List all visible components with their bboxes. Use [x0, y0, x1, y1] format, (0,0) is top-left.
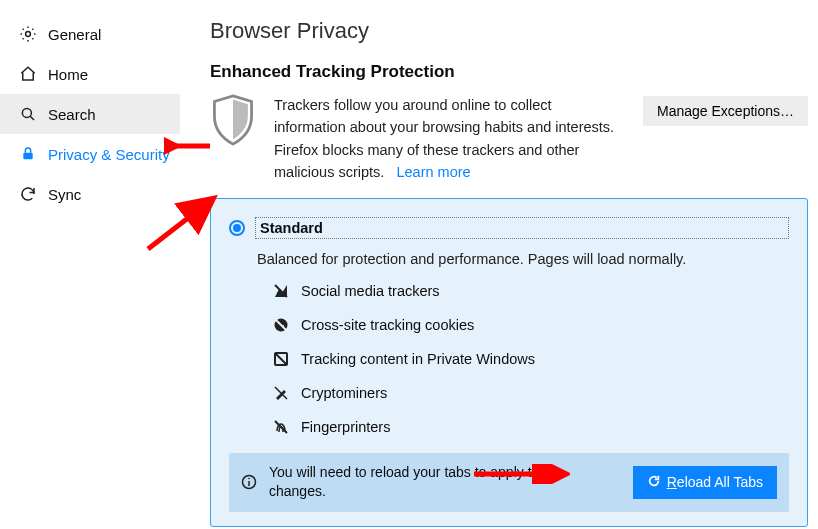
standard-option[interactable]: Standard: [229, 217, 789, 239]
sidebar-item-privacy-security[interactable]: Privacy & Security: [0, 134, 180, 174]
radio-selected-icon: [229, 220, 245, 236]
gear-icon: [18, 24, 38, 44]
sidebar-item-label: Home: [48, 66, 88, 83]
learn-more-link[interactable]: Learn more: [396, 164, 470, 180]
reload-message: You will need to reload your tabs to app…: [269, 463, 621, 502]
manage-exceptions-button[interactable]: Manage Exceptions…: [643, 96, 808, 126]
feature-social-trackers: Social media trackers: [273, 283, 789, 299]
fingerprint-icon: [273, 419, 289, 435]
social-trackers-icon: [273, 283, 289, 299]
standard-option-label: Standard: [255, 217, 789, 239]
search-icon: [18, 104, 38, 124]
sidebar-item-home[interactable]: Home: [0, 54, 180, 94]
svg-line-9: [275, 353, 287, 365]
reload-all-tabs-button[interactable]: Reload All Tabs: [633, 466, 777, 499]
sidebar-item-search[interactable]: Search: [0, 94, 180, 134]
tracking-content-icon: [273, 351, 289, 367]
svg-rect-2: [23, 153, 32, 160]
section-title: Enhanced Tracking Protection: [210, 62, 808, 82]
settings-sidebar: General Home Search: [0, 0, 180, 529]
shield-icon: [210, 94, 256, 149]
protection-level-panel: Standard Balanced for protection and per…: [210, 198, 808, 527]
cookie-icon: [273, 317, 289, 333]
sidebar-item-label: General: [48, 26, 101, 43]
main-content: Browser Privacy Enhanced Tracking Protec…: [180, 0, 818, 529]
sidebar-item-label: Search: [48, 106, 96, 123]
feature-cross-site-cookies: Cross-site tracking cookies: [273, 317, 789, 333]
home-icon: [18, 64, 38, 84]
reload-notification: You will need to reload your tabs to app…: [229, 453, 789, 512]
standard-option-description: Balanced for protection and performance.…: [257, 251, 789, 267]
page-title: Browser Privacy: [210, 18, 808, 44]
sidebar-item-label: Privacy & Security: [48, 146, 170, 163]
svg-point-1: [22, 108, 31, 117]
sidebar-item-sync[interactable]: Sync: [0, 174, 180, 214]
sidebar-item-label: Sync: [48, 186, 81, 203]
lock-icon: [18, 144, 38, 164]
svg-point-14: [248, 478, 250, 480]
svg-point-0: [26, 32, 31, 37]
feature-cryptominers: Cryptominers: [273, 385, 789, 401]
info-icon: [241, 474, 257, 490]
blocked-features-list: Social media trackers Cross-site trackin…: [273, 283, 789, 435]
sidebar-item-general[interactable]: General: [0, 14, 180, 54]
svg-line-11: [275, 421, 287, 433]
cryptominer-icon: [273, 385, 289, 401]
feature-fingerprinters: Fingerprinters: [273, 419, 789, 435]
intro-text: Trackers follow you around online to col…: [274, 94, 625, 184]
reload-icon: [647, 474, 661, 491]
sync-icon: [18, 184, 38, 204]
feature-tracking-content: Tracking content in Private Windows: [273, 351, 789, 367]
